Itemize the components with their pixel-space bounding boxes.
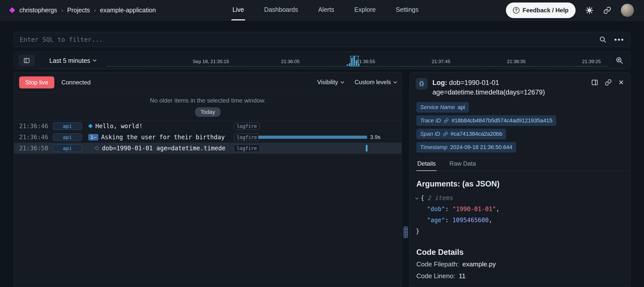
feedback-help-button[interactable]: ? Feedback / Help [506, 3, 576, 18]
user-avatar[interactable] [621, 4, 634, 17]
code-lineno-row: Code Lineno:11 [416, 272, 630, 280]
logfire-logo-icon[interactable] [9, 7, 15, 13]
panel-split-icon [591, 79, 598, 86]
timeline-tick: 21:39:25 [582, 59, 601, 64]
visibility-dropdown[interactable]: Visibility [317, 79, 344, 86]
close-details-button[interactable]: ✕ [618, 79, 624, 86]
span-bar-fill [258, 136, 367, 139]
filter-bar-icons: ••• [599, 36, 624, 43]
service-badge[interactable]: api [53, 133, 82, 141]
log-timestamp: 21:36:46 [19, 134, 49, 141]
tab-explore[interactable]: Explore [353, 0, 377, 20]
copy-link-button[interactable] [605, 79, 612, 86]
theme-toggle-button[interactable] [585, 6, 594, 15]
close-icon: ✕ [618, 79, 624, 86]
arguments-heading: Arguments: (as JSON) [416, 179, 630, 188]
service-badge[interactable]: api [53, 122, 82, 130]
json-key: "age" [427, 217, 445, 224]
timestamp-value: 2024-09-18 21:36:50.644 [450, 144, 512, 151]
panel-resize-handle[interactable] [403, 226, 408, 238]
top-nav: christophergs › Projects › example-appli… [0, 0, 644, 21]
timestamp-label: Timestamp [420, 144, 448, 151]
json-entry: "dob": "1990-01-01", [416, 204, 630, 215]
details-header-actions: ✕ [591, 78, 624, 86]
service-name-label: Service Name [420, 104, 455, 111]
span-duration-bar[interactable] [256, 136, 367, 139]
code-lineno-label: Code Lineno: [416, 272, 455, 280]
tab-dashboards[interactable]: Dashboards [263, 0, 299, 20]
json-collapse-caret-icon[interactable] [415, 196, 419, 200]
log-message: Hello, world! [95, 123, 143, 130]
today-button[interactable]: Today [195, 107, 221, 117]
details-tabs: Details Raw Data [410, 158, 630, 171]
timeline-zoom-button[interactable] [615, 56, 623, 64]
log-row[interactable]: 21:36:46 api 1− Asking the user for thei… [14, 132, 401, 143]
collapse-children-badge[interactable]: 1− [88, 134, 98, 140]
search-icon[interactable] [599, 36, 607, 43]
json-root-line: {2 items [416, 193, 630, 204]
tab-live[interactable]: Live [231, 0, 245, 20]
empty-state-message: No older items in the selected time wind… [150, 97, 266, 104]
json-comma: , [496, 206, 500, 213]
service-name-badge: Service Name api [416, 102, 469, 113]
link-icon [443, 131, 448, 136]
scope-tag[interactable]: logfire [234, 122, 260, 130]
custom-levels-dropdown[interactable]: Custom levels [355, 79, 396, 86]
json-open-brace: { [421, 195, 424, 202]
link-icon [444, 118, 449, 123]
sidebar-toggle-button[interactable] [19, 55, 35, 66]
feedback-help-label: Feedback / Help [522, 7, 569, 14]
span-duration-label: 3.9s [370, 134, 381, 140]
timeline-selection[interactable] [350, 56, 359, 67]
histogram-bar [347, 64, 348, 66]
tab-settings[interactable]: Settings [395, 0, 419, 20]
json-close-brace: } [416, 228, 419, 235]
span-id-badge[interactable]: Span ID #ca741384ca2a20bb [416, 129, 506, 139]
details-header: Log: dob=1990-01-01 age=datetime.timedel… [410, 72, 630, 100]
time-range-select[interactable]: Last 5 minutes [49, 52, 96, 69]
filter-more-menu-icon[interactable]: ••• [614, 38, 624, 41]
time-range-label: Last 5 minutes [49, 57, 90, 64]
scope-tag[interactable]: logfire [234, 145, 260, 152]
details-title-prefix: Log: [432, 79, 447, 86]
log-row-selected[interactable]: 21:36:50 api dob=1990-01-01 age=datetime… [14, 143, 401, 154]
timeline-track[interactable]: Sep 18, 21:35:15 21:36:05 21:36:55 21:37… [107, 52, 607, 69]
chevron-down-icon [93, 58, 96, 62]
link-icon [603, 6, 611, 14]
tab-details[interactable]: Details [416, 158, 437, 171]
breadcrumb-org[interactable]: christophergs [19, 7, 57, 14]
breadcrumb-project[interactable]: example-application [100, 7, 156, 14]
sun-icon [585, 6, 594, 15]
service-badge[interactable]: api [53, 145, 82, 152]
trace-id-value: #18b84cb4847b5d574c4ad9121935a415 [452, 117, 552, 124]
tab-raw-data[interactable]: Raw Data [448, 158, 477, 171]
open-in-panel-button[interactable] [591, 79, 598, 86]
sql-filter-input[interactable] [20, 36, 599, 43]
trace-id-badge[interactable]: Trace ID #18b84cb4847b5d574c4ad9121935a4… [416, 115, 556, 126]
log-message: dob=1990-01-01 age=datetime.timede [102, 145, 225, 152]
log-row[interactable]: 21:36:46 api Hello, world! logfire [14, 121, 401, 132]
timeline-tick: Sep 18, 21:35:15 [193, 59, 229, 64]
code-filepath-value: example.py [462, 260, 496, 268]
json-number-value: 1095465600 [452, 217, 489, 224]
brand-area: christophergs › Projects › example-appli… [0, 0, 156, 20]
log-marker-bar [366, 145, 368, 152]
main-nav-tabs: Live Dashboards Alerts Explore Settings [231, 0, 420, 20]
tab-alerts[interactable]: Alerts [317, 0, 335, 20]
stop-live-button[interactable]: Stop live [19, 76, 54, 88]
details-title-text: dob=1990-01-01 age=datetime.timedelta(da… [432, 79, 545, 96]
details-title: Log: dob=1990-01-01 age=datetime.timedel… [432, 78, 572, 97]
share-link-button[interactable] [603, 6, 611, 14]
log-message: Asking the user for their birthday [101, 134, 225, 141]
json-key: "dob" [427, 206, 445, 213]
log-timestamp: 21:36:50 [19, 145, 49, 152]
custom-levels-label: Custom levels [355, 79, 391, 86]
json-string-value: "1990-01-01" [452, 206, 496, 213]
breadcrumb-projects[interactable]: Projects [67, 7, 90, 14]
timestamp-badge: Timestamp 2024-09-18 21:36:50.644 [416, 142, 516, 153]
zoom-in-icon [615, 56, 623, 64]
timeline-tick: 21:36:05 [281, 59, 300, 64]
link-icon [605, 79, 612, 86]
details-panel: Log: dob=1990-01-01 age=datetime.timedel… [410, 72, 630, 287]
chevron-down-icon [340, 80, 344, 83]
